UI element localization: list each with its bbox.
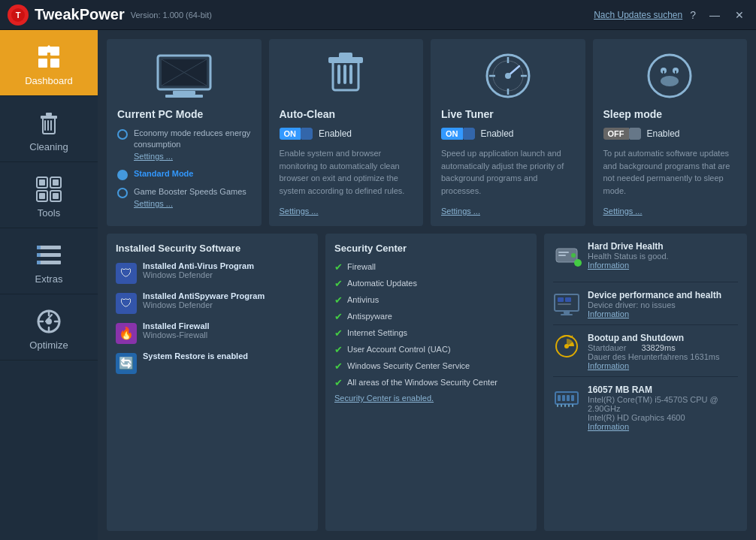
- bootup-text: Bootup and Shutdown Startdauer 33829ms D…: [588, 333, 719, 370]
- security-center-link[interactable]: Security Center is enabled.: [334, 394, 528, 403]
- sleep-mode-toggle[interactable]: OFF: [603, 128, 641, 140]
- security-software-title: Installed Security Software: [116, 243, 309, 254]
- auto-clean-icon: [280, 50, 413, 102]
- dashboard-icon: [35, 44, 62, 71]
- svg-rect-82: [572, 404, 573, 407]
- restore-text: System Restore is enabled: [143, 351, 248, 361]
- svg-rect-12: [46, 113, 52, 116]
- minimize-button[interactable]: —: [705, 8, 724, 23]
- cards-row: Current PC Mode Economy mode reduces ene…: [107, 39, 747, 226]
- check-autoupdate: ✔Automatic Updates: [334, 278, 528, 289]
- svg-rect-18: [53, 179, 59, 186]
- check-uac-icon: ✔: [334, 344, 343, 355]
- ram-cpu: Intel(R) Core(TM) i5-4570S CPU @ 2.90GHz: [588, 395, 738, 413]
- cleaning-label: Cleaning: [29, 141, 68, 152]
- sleep-mode-handle: [629, 128, 641, 140]
- live-tuner-settings[interactable]: Settings ...: [441, 207, 575, 216]
- hdd-info-link[interactable]: Information: [588, 261, 669, 270]
- ram-link[interactable]: Information: [588, 422, 738, 431]
- svg-rect-74: [558, 395, 561, 401]
- hdd-status-dot: [574, 259, 582, 267]
- sleep-mode-body: To put automatic software updates and ba…: [603, 147, 737, 201]
- device-perf-link[interactable]: Information: [588, 309, 721, 318]
- sidebar-item-dashboard[interactable]: Dashboard: [0, 30, 98, 96]
- svg-rect-8: [44, 120, 46, 131]
- auto-clean-title: Auto-Clean: [280, 108, 413, 120]
- av-item: 🛡 Installed Anti-Virus Program Windows D…: [116, 261, 309, 284]
- check-autoupdate-label: Automatic Updates: [347, 279, 417, 288]
- bootup-sub: Startdauer 33829ms: [588, 343, 719, 352]
- fw-icon: 🔥: [116, 323, 137, 344]
- check-antispyware-label: Antispyware: [347, 312, 392, 321]
- gamebooster-text: Game Booster Speeds Games Settings ...: [134, 186, 246, 210]
- bootup-startdauer-label: Startdauer: [588, 343, 626, 352]
- hdd-text: Hard Drive Health Health Status is good.…: [588, 241, 669, 270]
- live-tuner-toggle-label: Enabled: [481, 128, 514, 139]
- security-center-title: Security Center: [334, 243, 528, 254]
- sleep-mode-title: Sleep mode: [603, 108, 737, 120]
- fw-sub: Windows-Firewall: [143, 330, 210, 339]
- fw-item: 🔥 Installed Firewall Windows-Firewall: [116, 321, 309, 344]
- sidebar-item-cleaning[interactable]: Cleaning: [0, 96, 98, 162]
- check-antivirus-icon: ✔: [334, 294, 343, 306]
- hdd-title: Hard Drive Health: [588, 241, 669, 252]
- device-perf-item: Device performance and health Device dri…: [553, 290, 738, 325]
- sidebar-item-tools[interactable]: Tools: [0, 162, 98, 228]
- spy-item: 🛡 Installed AntiSpyware Program Windows …: [116, 291, 309, 314]
- help-button[interactable]: ?: [690, 9, 696, 21]
- live-tuner-icon: [441, 50, 575, 102]
- svg-rect-37: [165, 95, 203, 98]
- security-center-card: Security Center ✔Firewall ✔Automatic Upd…: [325, 234, 537, 531]
- device-perf-icon: [553, 290, 580, 317]
- bootup-item: Bootup and Shutdown Startdauer 33829ms D…: [553, 333, 738, 377]
- ram-title: 16057 MB RAM: [588, 385, 738, 395]
- sidebar-item-optimize[interactable]: Optimize: [0, 294, 98, 361]
- bootup-link[interactable]: Information: [588, 361, 719, 370]
- standard-radio: [117, 170, 128, 180]
- svg-rect-76: [567, 395, 570, 401]
- sleep-mode-card: Sleep mode OFF Enabled To put automatic …: [593, 39, 748, 226]
- sidebar: Dashboard Cleaning: [0, 30, 98, 540]
- auto-clean-settings[interactable]: Settings ...: [280, 207, 413, 216]
- svg-rect-10: [50, 120, 52, 131]
- sidebar-item-extras[interactable]: Extras: [0, 228, 98, 294]
- fw-text: Installed Firewall Windows-Firewall: [143, 321, 210, 339]
- svg-point-55: [661, 76, 679, 86]
- av-sub: Windows Defender: [143, 270, 254, 279]
- live-tuner-toggle[interactable]: ON: [441, 128, 475, 140]
- check-uac: ✔User Account Control (UAC): [334, 344, 528, 355]
- spy-text: Installed AntiSpyware Program Windows De…: [143, 291, 265, 309]
- auto-clean-toggle-label: Enabled: [319, 128, 352, 139]
- check-antivirus-label: Antivirus: [347, 295, 379, 304]
- auto-clean-toggle[interactable]: ON: [280, 128, 313, 140]
- auto-clean-body: Enable system and browser monitoring to …: [280, 147, 413, 201]
- svg-rect-20: [53, 193, 59, 199]
- close-button[interactable]: ✕: [730, 8, 748, 23]
- optimize-icon: [35, 308, 62, 335]
- svg-rect-81: [568, 404, 570, 407]
- sleep-mode-settings[interactable]: Settings ...: [603, 207, 737, 216]
- toggle-on-label: ON: [280, 128, 301, 140]
- dashboard-label: Dashboard: [25, 75, 73, 86]
- gamebooster-settings-link[interactable]: Settings ...: [134, 199, 173, 208]
- svg-rect-67: [565, 297, 571, 302]
- fw-name: Installed Firewall: [143, 321, 210, 330]
- gamebooster-option[interactable]: Game Booster Speeds Games Settings ...: [117, 186, 251, 210]
- hdd-sub: Health Status is good.: [588, 252, 669, 261]
- standard-option[interactable]: Standard Mode: [117, 168, 251, 180]
- av-name: Installed Anti-Virus Program: [143, 261, 254, 270]
- check-all-label: All areas of the Windows Security Center: [347, 378, 497, 387]
- standard-text: Standard Mode: [134, 168, 193, 179]
- svg-rect-80: [564, 404, 566, 407]
- sleep-mode-icon: [603, 50, 737, 102]
- bootup-icon: [553, 333, 580, 360]
- economy-option[interactable]: Economy mode reduces energy consumption …: [117, 128, 251, 162]
- ram-gpu: Intel(R) HD Graphics 4600: [588, 413, 738, 422]
- update-link[interactable]: Nach Updates suchen: [594, 10, 682, 20]
- check-wsc: ✔Windows Security Center Service: [334, 361, 528, 372]
- optimize-label: Optimize: [29, 339, 68, 351]
- svg-rect-42: [343, 65, 346, 84]
- main-layout: Dashboard Cleaning: [0, 30, 756, 540]
- svg-point-72: [564, 344, 569, 348]
- economy-settings-link[interactable]: Settings ...: [134, 152, 173, 161]
